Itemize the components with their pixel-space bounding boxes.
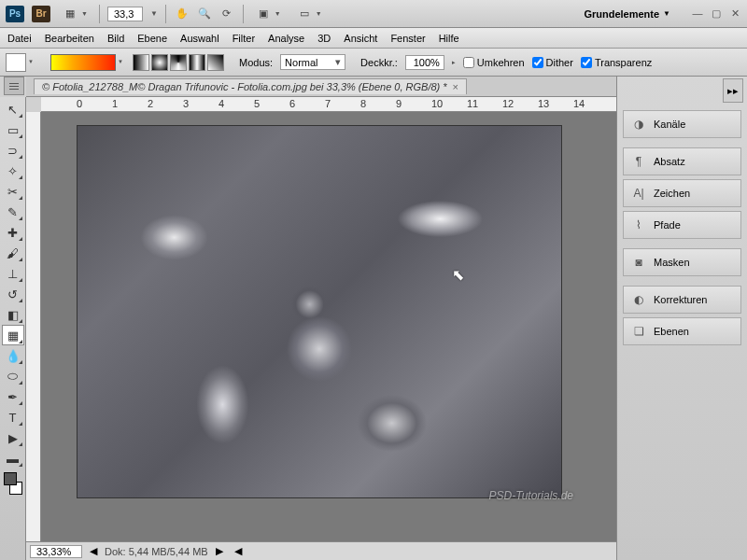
document-tabbar: © Fotolia_212788_M© Dragan Trifunovic - … — [26, 77, 616, 97]
gradient-tool[interactable]: ▦ — [2, 325, 24, 345]
gradient-picker[interactable] — [50, 54, 116, 71]
panel-paragraph[interactable]: ¶Absatz — [623, 147, 741, 175]
mode-label: Modus: — [239, 57, 273, 68]
opacity-label: Deckkr.: — [360, 57, 398, 68]
panel-character[interactable]: A|Zeichen — [623, 179, 741, 207]
menu-analysis[interactable]: Analyse — [268, 33, 304, 44]
toolbox-collapse[interactable] — [4, 77, 24, 95]
ruler-vertical[interactable] — [26, 112, 41, 541]
maximize-button[interactable]: ▢ — [710, 7, 723, 20]
crop-tool[interactable]: ✂ — [2, 181, 24, 202]
menu-edit[interactable]: Bearbeiten — [45, 33, 94, 44]
close-tab-icon[interactable]: × — [453, 81, 458, 92]
color-swap[interactable] — [2, 470, 24, 498]
marquee-tool[interactable]: ▭ — [2, 119, 24, 140]
canvas[interactable]: ⬉ PSD-Tutorials.de — [41, 112, 616, 541]
paragraph-icon: ¶ — [631, 154, 646, 169]
document-image — [77, 125, 562, 498]
zoom-input[interactable]: 33,3 — [107, 7, 143, 21]
gradient-reflected[interactable] — [189, 54, 205, 71]
panel-channels[interactable]: ◑Kanäle — [623, 110, 741, 138]
hand-tool-icon[interactable]: ✋ — [174, 6, 190, 22]
toolbox: ↖ ▭ ⊃ ✧ ✂ ✎ ✚ 🖌 ⊥ ↺ ◧ ▦ 💧 ⬭ ✒ T ▶ ▬ — [0, 97, 26, 560]
main-menubar: Datei Bearbeiten Bild Ebene Auswahl Filt… — [0, 28, 747, 49]
photoshop-icon[interactable]: Ps — [6, 6, 24, 22]
path-select-tool[interactable]: ▶ — [2, 427, 24, 448]
wand-tool[interactable]: ✧ — [2, 161, 24, 181]
document-tab[interactable]: © Fotolia_212788_M© Dragan Trifunovic - … — [34, 78, 467, 94]
paths-icon: ⌇ — [631, 217, 646, 232]
screen-mode-dropdown[interactable]: ▭ — [292, 4, 326, 24]
menu-layer[interactable]: Ebene — [137, 33, 167, 44]
panel-adjustments[interactable]: ◐Korrekturen — [623, 286, 741, 314]
menu-window[interactable]: Fenster — [390, 33, 425, 44]
brush-tool[interactable]: 🖌 — [2, 243, 24, 263]
status-zoom[interactable]: 33,33% — [30, 545, 82, 558]
character-icon: A| — [631, 186, 646, 201]
menu-3d[interactable]: 3D — [317, 33, 331, 44]
bridge-icon[interactable]: Br — [32, 6, 50, 22]
panel-layers[interactable]: ❏Ebenen — [623, 317, 741, 345]
transparency-checkbox[interactable]: Transparenz — [581, 57, 652, 68]
menu-file[interactable]: Datei — [7, 33, 32, 44]
stamp-tool[interactable]: ⊥ — [2, 263, 24, 284]
masks-icon: ◙ — [631, 255, 646, 270]
gradient-linear[interactable] — [133, 54, 149, 71]
menu-view[interactable]: Ansicht — [344, 33, 377, 44]
gradient-radial[interactable] — [151, 54, 168, 71]
gradient-diamond[interactable] — [207, 54, 224, 71]
eyedropper-tool[interactable]: ✎ — [2, 202, 24, 222]
dodge-tool[interactable]: ⬭ — [2, 366, 24, 386]
menu-select[interactable]: Auswahl — [180, 33, 219, 44]
tool-options-bar: Modus: Normal Deckkr.: 100% ▸ Umkehren D… — [0, 49, 747, 77]
menu-filter[interactable]: Filter — [233, 33, 255, 44]
rotate-icon[interactable]: ⟳ — [218, 6, 235, 22]
shape-tool[interactable]: ▬ — [2, 448, 24, 469]
ruler-horizontal[interactable]: 0 1 2 3 4 5 6 7 8 9 10 11 12 13 14 — [41, 97, 616, 112]
watermark: PSD-Tutorials.de — [489, 489, 573, 502]
heal-tool[interactable]: ✚ — [2, 222, 24, 243]
history-brush-tool[interactable]: ↺ — [2, 284, 24, 304]
layers-icon: ❏ — [631, 324, 646, 339]
panel-masks[interactable]: ◙Masken — [623, 248, 741, 276]
menu-image[interactable]: Bild — [107, 33, 124, 44]
blur-tool[interactable]: 💧 — [2, 345, 24, 366]
arrange-dropdown[interactable]: ▣ — [251, 4, 285, 24]
close-button[interactable]: ✕ — [728, 7, 741, 20]
status-doc-size: Dok: 5,44 MB/5,44 MB — [105, 546, 208, 557]
workspace-dropdown[interactable]: Grundelemente — [578, 7, 676, 21]
eraser-tool[interactable]: ◧ — [2, 304, 24, 325]
menu-help[interactable]: Hilfe — [439, 33, 459, 44]
layout-dropdown[interactable]: ▦ — [58, 4, 92, 24]
right-dock: ▸▸ ◑Kanäle ¶Absatz A|Zeichen ⌇Pfade ◙Mas… — [616, 77, 747, 560]
adjustments-icon: ◐ — [631, 292, 646, 307]
move-tool[interactable]: ↖ — [2, 99, 24, 119]
opacity-input[interactable]: 100% — [405, 55, 444, 70]
status-bar: 33,33% ◀ Dok: 5,44 MB/5,44 MB ▶ ◀ — [26, 541, 616, 560]
gradient-angle[interactable] — [170, 54, 187, 71]
minimize-button[interactable]: — — [691, 7, 704, 20]
type-tool[interactable]: T — [2, 407, 24, 427]
mode-select[interactable]: Normal — [280, 54, 345, 70]
pen-tool[interactable]: ✒ — [2, 386, 24, 407]
tool-preset-dropdown[interactable] — [6, 53, 26, 72]
dither-checkbox[interactable]: Dither — [532, 57, 573, 68]
dock-expand-icon[interactable]: ▸▸ — [723, 78, 743, 103]
zoom-tool-icon[interactable]: 🔍 — [196, 6, 213, 22]
reverse-checkbox[interactable]: Umkehren — [463, 57, 525, 68]
lasso-tool[interactable]: ⊃ — [2, 140, 24, 161]
app-topbar: Ps Br ▦ 33,3 ▼ ✋ 🔍 ⟳ ▣ ▭ Grundelemente —… — [0, 0, 747, 28]
channels-icon: ◑ — [631, 117, 646, 132]
panel-paths[interactable]: ⌇Pfade — [623, 211, 741, 239]
